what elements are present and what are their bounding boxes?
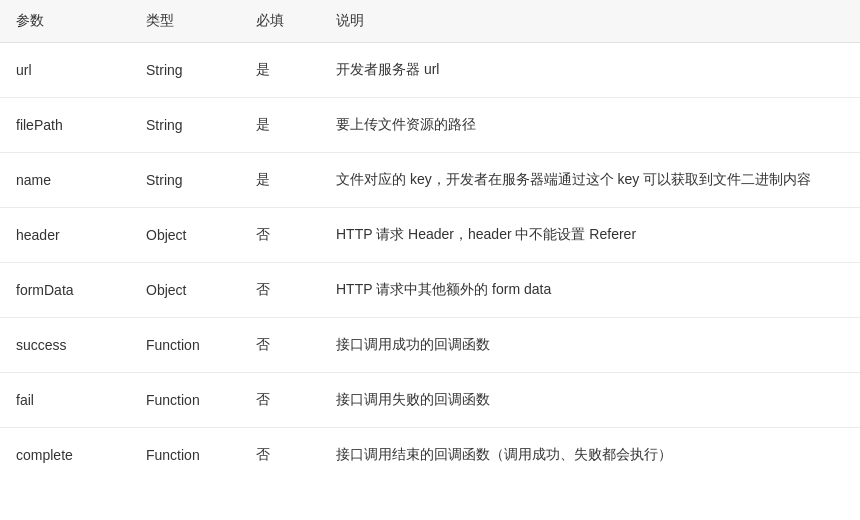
cell-param: filePath <box>0 98 130 153</box>
cell-param: success <box>0 318 130 373</box>
cell-required: 是 <box>240 98 320 153</box>
cell-param: url <box>0 43 130 98</box>
cell-description: HTTP 请求 Header，header 中不能设置 Referer <box>320 208 860 263</box>
cell-description: 接口调用结束的回调函数（调用成功、失败都会执行） <box>320 428 860 483</box>
cell-required: 否 <box>240 318 320 373</box>
header-param: 参数 <box>0 0 130 43</box>
cell-required: 是 <box>240 153 320 208</box>
table-row: formDataObject否HTTP 请求中其他额外的 form data <box>0 263 860 318</box>
table-row: successFunction否接口调用成功的回调函数 <box>0 318 860 373</box>
table-row: completeFunction否接口调用结束的回调函数（调用成功、失败都会执行… <box>0 428 860 483</box>
header-required: 必填 <box>240 0 320 43</box>
cell-required: 否 <box>240 373 320 428</box>
table-header-row: 参数 类型 必填 说明 <box>0 0 860 43</box>
cell-required: 否 <box>240 263 320 318</box>
cell-param: formData <box>0 263 130 318</box>
cell-type: String <box>130 153 240 208</box>
cell-description: 接口调用失败的回调函数 <box>320 373 860 428</box>
cell-description: HTTP 请求中其他额外的 form data <box>320 263 860 318</box>
table-row: headerObject否HTTP 请求 Header，header 中不能设置… <box>0 208 860 263</box>
cell-required: 是 <box>240 43 320 98</box>
table-row: failFunction否接口调用失败的回调函数 <box>0 373 860 428</box>
table-row: filePathString是要上传文件资源的路径 <box>0 98 860 153</box>
cell-type: Object <box>130 208 240 263</box>
cell-type: String <box>130 43 240 98</box>
cell-type: Function <box>130 318 240 373</box>
table-row: nameString是文件对应的 key，开发者在服务器端通过这个 key 可以… <box>0 153 860 208</box>
table-row: urlString是开发者服务器 url <box>0 43 860 98</box>
cell-type: String <box>130 98 240 153</box>
cell-param: header <box>0 208 130 263</box>
cell-param: complete <box>0 428 130 483</box>
cell-required: 否 <box>240 428 320 483</box>
header-type: 类型 <box>130 0 240 43</box>
cell-description: 文件对应的 key，开发者在服务器端通过这个 key 可以获取到文件二进制内容 <box>320 153 860 208</box>
cell-type: Function <box>130 373 240 428</box>
cell-param: fail <box>0 373 130 428</box>
cell-type: Object <box>130 263 240 318</box>
api-params-table: 参数 类型 必填 说明 urlString是开发者服务器 urlfilePath… <box>0 0 860 520</box>
cell-param: name <box>0 153 130 208</box>
header-description: 说明 <box>320 0 860 43</box>
cell-type: Function <box>130 428 240 483</box>
cell-required: 否 <box>240 208 320 263</box>
cell-description: 开发者服务器 url <box>320 43 860 98</box>
cell-description: 接口调用成功的回调函数 <box>320 318 860 373</box>
cell-description: 要上传文件资源的路径 <box>320 98 860 153</box>
